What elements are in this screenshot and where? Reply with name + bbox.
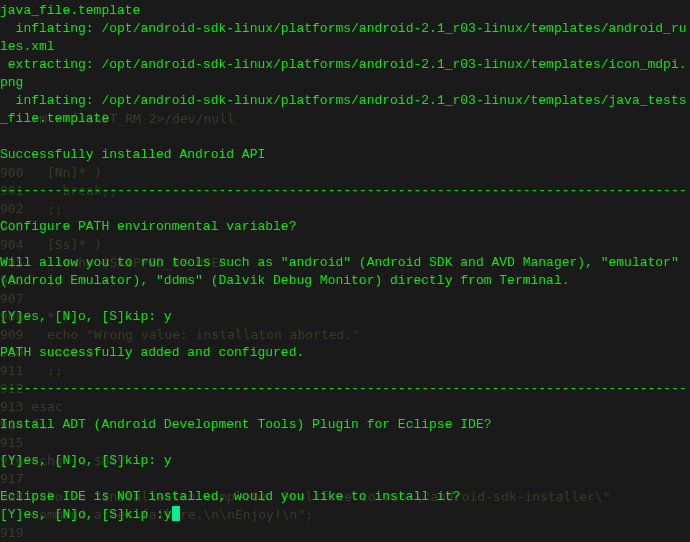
terminal-line: inflating: /opt/android-sdk-linux/platfo…: [0, 20, 690, 56]
blank-line: [0, 290, 690, 308]
terminal-line: Install ADT (Android Development Tools) …: [0, 416, 690, 434]
terminal-prompt[interactable]: [Y]es, [N]o, [S]kip :y: [0, 506, 690, 524]
blank-line: [0, 164, 690, 182]
section-divider: ----------------------------------------…: [0, 380, 690, 398]
terminal-line: inflating: /opt/android-sdk-linux/platfo…: [0, 92, 690, 128]
terminal-line: [Y]es, [N]o, [S]kip: y: [0, 452, 690, 470]
terminal-line: java_file.template: [0, 2, 690, 20]
terminal-line: PATH successfully added and configured.: [0, 344, 690, 362]
blank-line: [0, 128, 690, 146]
terminal-line: Configure PATH environmental variable?: [0, 218, 690, 236]
blank-line: [0, 434, 690, 452]
prompt-text: [Y]es, [N]o, [S]kip :y: [0, 507, 172, 522]
section-divider: ----------------------------------------…: [0, 182, 690, 200]
blank-line: [0, 398, 690, 416]
cursor-icon: [172, 506, 180, 521]
blank-line: [0, 200, 690, 218]
terminal-line: Eclipse IDE is NOT installed, would you …: [0, 488, 690, 506]
blank-line: [0, 326, 690, 344]
terminal-line: extracting: /opt/android-sdk-linux/platf…: [0, 56, 690, 92]
terminal-line: [Y]es, [N]o, [S]kip: y: [0, 308, 690, 326]
terminal-line: Will allow you to run tools such as "and…: [0, 254, 690, 290]
terminal-output[interactable]: java_file.template inflating: /opt/andro…: [0, 0, 690, 526]
blank-line: [0, 362, 690, 380]
terminal-line: Successfully installed Android API: [0, 146, 690, 164]
blank-line: [0, 470, 690, 488]
blank-line: [0, 236, 690, 254]
